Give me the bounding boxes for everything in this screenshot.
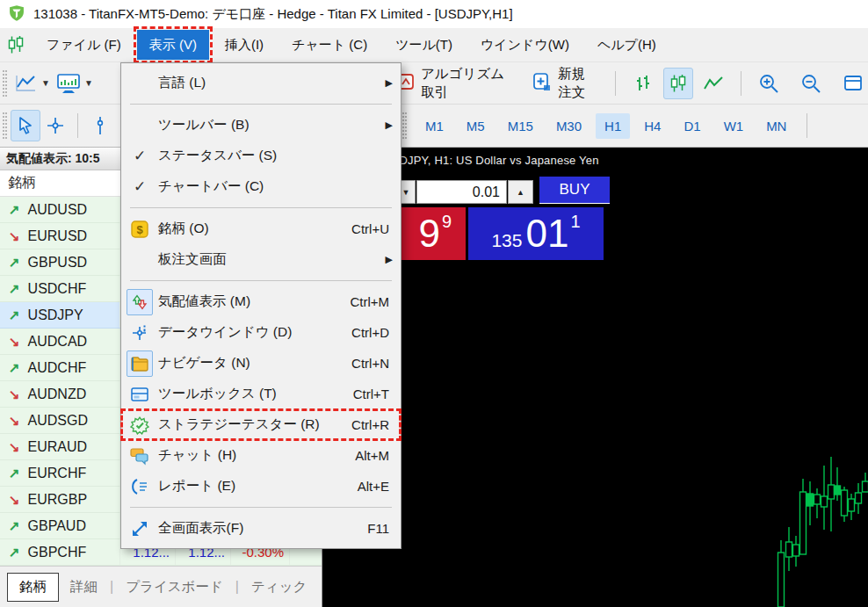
menu-item-label: 言語 (L) [158,74,401,92]
symbol-name-cell: ↗GBPAUD [0,513,120,538]
symbol-name-cell: ↗GBPUSD [0,249,120,275]
symbol-name: EURGBP [28,492,88,508]
view-menu-item-toolbars[interactable]: ツールバー (B)▶ [121,110,401,141]
algo-trading-button[interactable]: アルゴリズム取引 [393,68,512,99]
toolbar-drag-handle[interactable] [402,112,407,139]
toolbar-drag-handle[interactable] [3,70,7,97]
candlestick-logo-icon [6,35,25,54]
view-menu-item-chat[interactable]: チャット (H)Alt+M [121,440,401,471]
timeframe-H1[interactable]: H1 [596,113,630,139]
indicators-button[interactable] [54,68,83,99]
timeframe-H4[interactable]: H4 [635,113,669,139]
timeframe-M1[interactable]: M1 [416,113,452,139]
menu-item-shortcut: Ctrl+D [351,325,389,340]
timeframe-M5[interactable]: M5 [458,113,494,139]
view-menu-item-strategy-tester[interactable]: ストラテジーテスター (R)Ctrl+R [121,409,401,440]
menu-separator [130,207,392,208]
chart-style-dropdown-caret[interactable]: ▼ [41,78,50,88]
check-icon: ✓ [127,143,153,170]
view-menu-item-language[interactable]: 言語 (L)▶ [121,68,401,98]
zoom-in-button[interactable] [754,68,784,99]
chart-area[interactable]: USDJPY, H1: US Dollar vs Japanese Yen ▼ … [322,148,868,607]
market-watch-tabs: 銘柄詳細|プライスボード|ティック [0,566,322,607]
menu-item-label: 気配値表示 (M) [158,293,350,311]
timeframe-W1[interactable]: W1 [715,113,753,139]
menubar-item-insert[interactable]: 挿入(I) [213,30,276,60]
tab-separator: | [235,579,239,595]
app-logo-shield-icon [8,4,25,25]
symbol-name-cell: ↘AUDCAD [0,329,120,354]
menu-item-label: ステータスバー (S) [158,147,401,165]
new-order-icon [532,72,551,95]
tab-ticks[interactable]: ティック [240,574,318,601]
trend-down-icon: ↘ [9,413,20,429]
zoom-out-button[interactable] [796,68,826,99]
menu-item-shortcut: F11 [367,521,389,536]
symbol-name: EURUSD [28,228,88,244]
view-menu-item-navigator[interactable]: ナビゲータ (N)Ctrl+N [121,348,401,379]
symbol-name-cell: ↗GBPCHF [0,539,120,565]
symbol-name-cell: ↘EURGBP [0,487,120,512]
menu-item-shortcut: Ctrl+T [353,387,389,401]
timeframe-D1[interactable]: D1 [675,113,709,139]
symbol-name: GBPCHF [28,545,87,560]
tab-details[interactable]: 詳細 [59,574,109,601]
timeframe-M15[interactable]: M15 [499,113,542,139]
candlestick-chart-type-button[interactable] [663,68,693,99]
candlestick-chart [322,148,868,607]
symbol-name: AUDNZD [28,387,87,402]
symbol-name-cell: ↗EURCHF [0,460,120,486]
view-menu-item-dom[interactable]: 板注文画面▶ [121,244,401,275]
menubar-item-help[interactable]: ヘルプ(H) [585,30,669,60]
cursor-tool-button[interactable] [11,110,40,141]
strategy-tester-icon [127,412,153,438]
menubar-item-charts[interactable]: チャート (C) [279,30,380,60]
menu-item-label: ツールバー (B) [158,116,401,134]
view-menu-item-symbols[interactable]: $銘柄 (O)Ctrl+U [121,213,401,244]
view-menu-item-data-window[interactable]: データウインドウ (D)Ctrl+D [121,317,401,348]
indicators-dropdown-caret[interactable]: ▼ [84,78,93,88]
menu-bar-items: ファイル (F)表示 (V)挿入(I)チャート (C)ツール(T)ウインドウ(W… [31,30,669,60]
view-menu-item-market-watch[interactable]: 気配値表示 (M)Ctrl+M [121,286,401,317]
tab-priceboard[interactable]: プライスボード [114,574,235,601]
report-icon [127,473,153,500]
symbol-name: AUDCAD [28,334,88,350]
bar-chart-type-button[interactable] [628,68,658,99]
icon-spacer [127,112,153,139]
menubar-item-view[interactable]: 表示 (V) [137,30,209,60]
symbol-name-cell: ↗AUDCHF [0,355,120,380]
view-menu-item-reports[interactable]: レポート (E)Alt+E [121,471,401,502]
tab-symbols[interactable]: 銘柄 [7,573,59,602]
submenu-arrow-icon: ▶ [386,119,393,131]
new-order-button[interactable]: 新規注文 [526,68,603,99]
view-menu-item-statusbar[interactable]: ✓ステータスバー (S) [121,141,401,171]
vertical-line-tool-button[interactable] [85,110,115,141]
timeframe-MN[interactable]: MN [757,113,795,139]
symbol-name: GBPAUD [28,518,86,534]
trend-up-icon: ↗ [9,255,20,271]
menubar-item-file[interactable]: ファイル (F) [34,30,134,60]
menu-item-label: 銘柄 (O) [158,220,351,238]
menubar-item-tools[interactable]: ツール(T) [383,30,465,60]
crosshair-tool-button[interactable] [40,110,70,141]
chart-style-button[interactable] [11,68,40,99]
menu-item-shortcut: Ctrl+R [351,417,389,432]
trend-up-icon: ↗ [9,466,20,481]
menubar-item-window[interactable]: ウインドウ(W) [468,30,582,60]
tab-separator: | [110,579,113,595]
toolbar-divider [807,113,807,138]
symbol-name-cell: ↗USDCHF [0,276,120,301]
windows-button[interactable] [838,68,868,99]
trend-up-icon: ↗ [9,545,20,560]
toolbar-drag-handle[interactable] [3,112,7,139]
timeframe-M30[interactable]: M30 [547,113,590,139]
view-menu-item-chartbar[interactable]: ✓チャートバー (C) [121,171,401,202]
trend-down-icon: ↘ [9,439,20,455]
toolbar-divider [741,71,741,96]
view-menu-item-fullscreen[interactable]: 全画面表示(F)F11 [121,513,401,544]
line-chart-type-button[interactable] [698,68,728,99]
trend-down-icon: ↘ [9,492,20,508]
menu-item-shortcut: Alt+E [358,479,389,494]
menu-item-label: チャートバー (C) [158,177,401,196]
view-menu-item-toolbox[interactable]: ツールボックス (T)Ctrl+T [121,379,401,409]
